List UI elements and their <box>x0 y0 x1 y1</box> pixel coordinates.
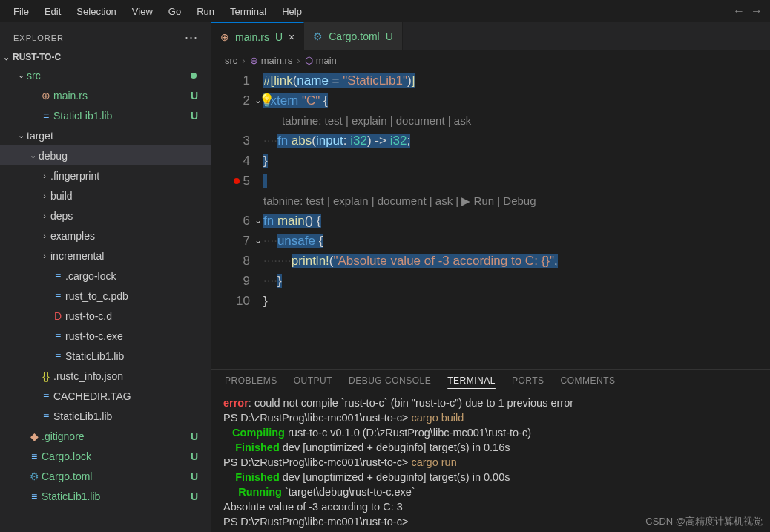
menu-selection[interactable]: Selection <box>70 3 122 20</box>
menu-go[interactable]: Go <box>162 3 187 20</box>
terminal-tabs: PROBLEMSOUTPUTDEBUG CONSOLETERMINALPORTS… <box>211 370 770 392</box>
code-line[interactable]: tabnine: test | explain | document | ask <box>211 111 770 131</box>
code-line[interactable]: 8········println!("Absolute value of -3 … <box>211 251 770 271</box>
terminal-tab-ports[interactable]: PORTS <box>512 375 544 386</box>
breadcrumb-main[interactable]: ⬡main <box>305 55 337 66</box>
tab-status: U <box>386 30 393 42</box>
tab-label: Cargo.toml <box>329 30 379 42</box>
tree-label: build <box>50 190 205 202</box>
menu-terminal[interactable]: Terminal <box>224 3 272 20</box>
tree-item-incremental[interactable]: ›incremental <box>0 246 211 266</box>
tree-item-target[interactable]: ⌄target <box>0 125 211 145</box>
menu-file[interactable]: File <box>7 3 35 20</box>
tree-label: debug <box>39 150 205 162</box>
fold-icon[interactable]: ⌄ <box>254 231 262 251</box>
gutter: 8 <box>211 251 263 271</box>
breadcrumbs: src›⊕main.rs›⬡main <box>211 50 770 70</box>
file-icon: ≡ <box>50 290 65 302</box>
watermark: CSDN @高精度计算机视觉 <box>645 515 763 528</box>
terminal-tab-output[interactable]: OUTPUT <box>294 375 332 386</box>
code-line[interactable]: 4} <box>211 151 770 171</box>
file-icon: ≡ <box>39 110 53 122</box>
tree-label: .fingerprint <box>50 170 205 182</box>
file-icon: ≡ <box>50 270 65 282</box>
code-content[interactable]: } <box>263 151 770 171</box>
breadcrumb-main-rs[interactable]: ⊕main.rs <box>250 55 293 66</box>
code-content[interactable]: ····fn abs(input: i32) -> i32; <box>263 131 770 151</box>
tree-item-examples[interactable]: ›examples <box>0 226 211 246</box>
terminal-tab-comments[interactable]: COMMENTS <box>561 375 616 386</box>
lightbulb-icon[interactable]: 💡 <box>259 91 274 111</box>
menu-edit[interactable]: Edit <box>39 3 67 20</box>
code-content[interactable]: #[link(name = "StaticLib1")] <box>263 70 770 91</box>
menu-view[interactable]: View <box>126 3 159 20</box>
tree-label: examples <box>50 230 205 242</box>
codelens[interactable]: tabnine: test | explain | document | ask… <box>263 194 536 207</box>
nav-forward-icon[interactable]: → <box>751 4 763 18</box>
code-content[interactable]: fn main() { <box>263 211 770 231</box>
tree-item-main-rs[interactable]: ⊕main.rsU <box>0 85 211 105</box>
code-content[interactable]: } <box>263 291 770 311</box>
code-line[interactable]: 6⌄fn main() { <box>211 211 770 231</box>
code-content[interactable]: ····unsafe { <box>263 231 770 251</box>
tree-item-rust-to-c-d[interactable]: Drust-to-c.d <box>0 306 211 326</box>
terminal-content[interactable]: error: could not compile `rust-to-c` (bi… <box>211 392 770 532</box>
code-content[interactable]: extern "C" { <box>263 91 770 111</box>
code-line[interactable]: 7⌄····unsafe { <box>211 231 770 251</box>
tree-item-staticlib1-lib[interactable]: ≡StaticLib1.libU <box>0 105 211 125</box>
tree-item-cargo-toml[interactable]: ⚙Cargo.tomlU <box>0 466 211 486</box>
tree-label: deps <box>50 210 205 222</box>
terminal-line: PS D:\zRustProg\libc-mc001\rust-to-c> ca… <box>223 410 758 425</box>
tree-item--gitignore[interactable]: ◆.gitignoreU <box>0 426 211 446</box>
terminal-tab-terminal[interactable]: TERMINAL <box>447 375 496 386</box>
tree-label: incremental <box>50 250 205 262</box>
menu-run[interactable]: Run <box>191 3 220 20</box>
code-editor[interactable]: 1#[link(name = "StaticLib1")]2⌄💡extern "… <box>211 70 770 369</box>
tree-item-cargo-lock[interactable]: ≡Cargo.lockU <box>0 446 211 466</box>
menu-help[interactable]: Help <box>276 3 308 20</box>
terminal-tab-debug-console[interactable]: DEBUG CONSOLE <box>349 375 431 386</box>
tree-label: .gitignore <box>42 430 191 442</box>
tree-item-staticlib1-lib[interactable]: ≡StaticLib1.lib <box>0 406 211 426</box>
code-line[interactable]: 3····fn abs(input: i32) -> i32; <box>211 131 770 151</box>
code-line[interactable]: 10} <box>211 291 770 311</box>
tree-item-src[interactable]: ⌄src <box>0 65 211 85</box>
file-icon: ≡ <box>27 450 42 462</box>
tree-item-rust-to-c-exe[interactable]: ≡rust-to-c.exe <box>0 326 211 346</box>
tree-label: rust-to-c.d <box>65 310 205 322</box>
tab-main-rs[interactable]: ⊕main.rsU× <box>211 22 304 50</box>
tree-item-rust-to-c-pdb[interactable]: ≡rust_to_c.pdb <box>0 286 211 306</box>
tree-item-cachedir-tag[interactable]: ≡CACHEDIR.TAG <box>0 386 211 406</box>
code-line[interactable]: 2⌄💡extern "C" { <box>211 91 770 111</box>
code-line[interactable]: 5 <box>211 171 770 191</box>
tree-item-staticlib1-lib[interactable]: ≡StaticLib1.libU <box>0 486 211 506</box>
terminal-tab-problems[interactable]: PROBLEMS <box>225 375 277 386</box>
breakpoint-icon[interactable] <box>234 178 240 184</box>
rust-icon: ⊕ <box>39 90 53 102</box>
code-line[interactable]: tabnine: test | explain | document | ask… <box>211 191 770 211</box>
breadcrumb-src[interactable]: src <box>225 55 237 66</box>
tree-item-staticlib1-lib[interactable]: ≡StaticLib1.lib <box>0 346 211 366</box>
tree-item-debug[interactable]: ⌄debug <box>0 145 211 165</box>
nav-back-icon[interactable]: ← <box>733 4 745 18</box>
project-title[interactable]: ⌄ RUST-TO-C <box>0 49 211 65</box>
tree-item-build[interactable]: ›build <box>0 185 211 206</box>
tree-label: .rustc_info.json <box>53 370 205 382</box>
codelens[interactable]: tabnine: test | explain | document | ask <box>263 114 471 127</box>
code-content[interactable] <box>263 171 770 191</box>
tree-item--fingerprint[interactable]: ›.fingerprint <box>0 165 211 185</box>
tab-cargo-toml[interactable]: ⚙Cargo.tomlU <box>304 22 403 50</box>
fold-icon[interactable]: ⌄ <box>254 211 262 231</box>
bc-label: main <box>316 55 337 66</box>
bc-icon: ⊕ <box>250 55 258 66</box>
code-content[interactable]: ········println!("Absolute value of -3 a… <box>263 251 770 271</box>
tree-item--cargo-lock[interactable]: ≡.cargo-lock <box>0 266 211 286</box>
code-line[interactable]: 9····} <box>211 271 770 291</box>
close-icon[interactable]: × <box>289 31 294 43</box>
tree-item--rustc-info-json[interactable]: {}.rustc_info.json <box>0 366 211 386</box>
code-content[interactable]: ····} <box>263 271 770 291</box>
explorer-more-icon[interactable]: ··· <box>185 30 198 45</box>
tree-item-deps[interactable]: ›deps <box>0 206 211 226</box>
chevron-icon: › <box>39 211 50 220</box>
code-line[interactable]: 1#[link(name = "StaticLib1")] <box>211 70 770 91</box>
